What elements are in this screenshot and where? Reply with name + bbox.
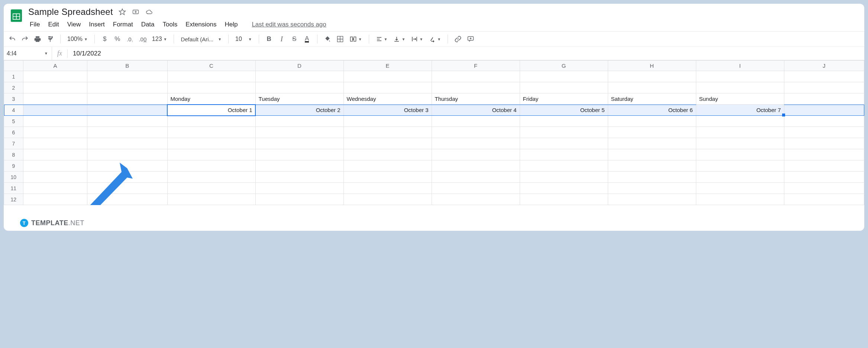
col-header[interactable]: C — [167, 61, 255, 71]
cell[interactable] — [432, 194, 520, 205]
formula-bar-input[interactable]: 10/1/2022 — [68, 50, 101, 57]
cell[interactable] — [696, 116, 784, 127]
cell[interactable] — [784, 183, 864, 194]
move-icon[interactable] — [132, 8, 140, 16]
cell[interactable] — [167, 172, 255, 183]
cell[interactable] — [784, 127, 864, 138]
cell[interactable] — [784, 93, 864, 105]
row-header[interactable]: 1 — [4, 71, 23, 82]
cell[interactable] — [696, 82, 784, 93]
cell[interactable] — [167, 71, 255, 82]
cell[interactable] — [696, 183, 784, 194]
cell[interactable] — [167, 116, 255, 127]
horizontal-align-button[interactable]: ▼ — [374, 36, 389, 42]
cell[interactable] — [432, 82, 520, 93]
cell[interactable] — [343, 82, 432, 93]
decrease-decimal[interactable]: .0↓ — [125, 34, 135, 44]
cell[interactable] — [520, 149, 608, 160]
cell[interactable]: Friday — [520, 93, 608, 105]
cell[interactable] — [520, 183, 608, 194]
cell[interactable] — [608, 71, 696, 82]
cell[interactable] — [343, 183, 432, 194]
cell[interactable] — [608, 183, 696, 194]
row-header[interactable]: 12 — [4, 194, 23, 205]
cell[interactable] — [784, 138, 864, 149]
row-header[interactable]: 9 — [4, 160, 23, 172]
text-rotation-button[interactable]: ▼ — [427, 36, 442, 42]
cloud-status-icon[interactable] — [145, 8, 153, 16]
cell[interactable] — [432, 149, 520, 160]
borders-icon[interactable] — [335, 34, 345, 44]
cell[interactable] — [608, 194, 696, 205]
row-header[interactable]: 7 — [4, 138, 23, 149]
col-header[interactable]: G — [520, 61, 608, 71]
cell[interactable]: Saturday — [608, 93, 696, 105]
cell[interactable] — [432, 160, 520, 172]
cell[interactable] — [696, 71, 784, 82]
row-header[interactable]: 10 — [4, 172, 23, 183]
menu-view[interactable]: View — [67, 21, 81, 28]
bold-button[interactable]: B — [264, 34, 274, 44]
menu-edit[interactable]: Edit — [48, 21, 59, 28]
vertical-align-button[interactable]: ▼ — [392, 36, 407, 42]
cell[interactable] — [784, 116, 864, 127]
text-color-button[interactable]: A — [302, 34, 312, 44]
cell[interactable] — [432, 116, 520, 127]
row-header[interactable]: 2 — [4, 82, 23, 93]
cell[interactable] — [520, 71, 608, 82]
cell[interactable] — [87, 127, 167, 138]
cell[interactable] — [608, 172, 696, 183]
insert-link-icon[interactable] — [453, 34, 463, 44]
cell[interactable] — [87, 172, 167, 183]
col-header[interactable]: H — [608, 61, 696, 71]
cell[interactable] — [87, 105, 167, 116]
cell[interactable] — [23, 138, 87, 149]
row-header[interactable]: 5 — [4, 116, 23, 127]
cell[interactable] — [343, 149, 432, 160]
cell[interactable] — [608, 149, 696, 160]
cell[interactable] — [784, 172, 864, 183]
cell[interactable] — [255, 127, 343, 138]
menu-insert[interactable]: Insert — [89, 21, 105, 28]
cell[interactable] — [23, 172, 87, 183]
col-header[interactable]: D — [255, 61, 343, 71]
cell[interactable] — [696, 127, 784, 138]
cell[interactable] — [255, 160, 343, 172]
cell[interactable] — [696, 149, 784, 160]
cell[interactable] — [167, 138, 255, 149]
cell[interactable] — [343, 138, 432, 149]
cell[interactable]: Tuesday — [255, 93, 343, 105]
menu-format[interactable]: Format — [113, 21, 133, 28]
cell[interactable] — [520, 194, 608, 205]
cell[interactable] — [696, 194, 784, 205]
menu-extensions[interactable]: Extensions — [185, 21, 216, 28]
cell[interactable] — [87, 116, 167, 127]
cell[interactable] — [23, 82, 87, 93]
cell[interactable] — [696, 172, 784, 183]
select-all-corner[interactable] — [4, 61, 23, 71]
text-wrap-button[interactable]: ▼ — [410, 36, 425, 42]
cell[interactable] — [23, 149, 87, 160]
cell[interactable] — [255, 183, 343, 194]
increase-decimal[interactable]: .00 — [138, 34, 148, 44]
cell[interactable] — [87, 93, 167, 105]
cell[interactable] — [432, 172, 520, 183]
format-percent[interactable]: % — [113, 34, 122, 44]
col-header[interactable]: J — [784, 61, 864, 71]
paint-format-icon[interactable] — [45, 34, 55, 44]
cell[interactable]: October 3 — [343, 105, 432, 116]
redo-icon[interactable] — [20, 34, 30, 44]
cell[interactable] — [255, 116, 343, 127]
cell[interactable] — [520, 160, 608, 172]
cell[interactable] — [608, 116, 696, 127]
cell[interactable]: October 6 — [608, 105, 696, 116]
cell[interactable] — [520, 82, 608, 93]
cell[interactable] — [432, 138, 520, 149]
cell[interactable] — [696, 160, 784, 172]
cell[interactable] — [255, 138, 343, 149]
star-icon[interactable] — [118, 8, 126, 16]
cell[interactable] — [784, 71, 864, 82]
last-edit-link[interactable]: Last edit was seconds ago — [252, 21, 326, 28]
cell[interactable] — [87, 183, 167, 194]
more-formats[interactable]: 123▼ — [151, 36, 169, 42]
